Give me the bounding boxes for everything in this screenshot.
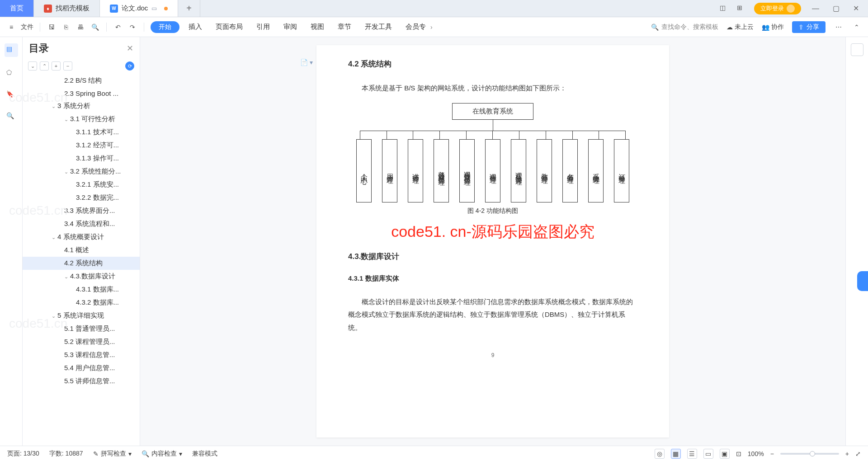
outline-item[interactable]: 3.3 系统界面分... [23, 204, 140, 217]
focus-mode-icon[interactable]: ◎ [655, 449, 665, 459]
command-search[interactable]: 🔍 查找命令、搜索模板 [651, 23, 718, 31]
file-menu[interactable]: 文件 [21, 23, 33, 31]
tab-template[interactable]: ♦找稻壳模板 [34, 0, 100, 17]
menu-icon[interactable]: ≡ [6, 22, 16, 32]
outline-item[interactable]: 5.4 用户信息管... [23, 362, 140, 375]
outline-item[interactable]: 5.2 课程管理员... [23, 335, 140, 348]
menu-会员专[interactable]: 会员专 [406, 23, 426, 31]
outline-item[interactable]: 3.2.2 数据完... [23, 191, 140, 204]
menu-start[interactable]: 开始 [151, 21, 179, 33]
cloud-status[interactable]: ☁ 未上云 [726, 23, 754, 31]
outline-item-label: 4.3.数据库设计 [70, 272, 115, 280]
outline-item[interactable]: 4.1 概述 [23, 244, 140, 257]
redo-icon[interactable]: ↷ [127, 22, 137, 32]
heading-4-3: 4.3.数据库设计 [348, 251, 637, 262]
fit-icon[interactable]: ⊡ [736, 450, 741, 457]
outline-item-label: 5.5 讲师信息管... [64, 377, 115, 385]
print-icon[interactable]: 🖶 [75, 22, 85, 32]
add-icon[interactable]: + [52, 61, 61, 71]
collapse-all-icon[interactable]: ⌄ [28, 61, 37, 71]
zoom-in-icon[interactable]: + [845, 450, 849, 457]
tab-new[interactable]: + [178, 0, 200, 17]
save-icon[interactable]: 🖫 [47, 22, 57, 32]
collapse-ribbon-icon[interactable]: ⌃ [852, 22, 862, 32]
expand-all-icon[interactable]: ⌃ [40, 61, 49, 71]
tab-label: 找稻壳模板 [56, 4, 90, 13]
outline-item[interactable]: 3.1.1 技术可... [23, 126, 140, 139]
outline-item[interactable]: ⌄3.1 可行性分析 [23, 113, 140, 126]
outline-icon[interactable]: ▤ [5, 43, 18, 57]
diagram-node: 订单管理 [614, 139, 629, 202]
menu-审阅[interactable]: 审阅 [283, 23, 297, 31]
menu-视图[interactable]: 视图 [311, 23, 324, 31]
close-button[interactable]: ✕ [850, 4, 862, 13]
minimize-button[interactable]: — [809, 5, 822, 13]
word-icon: W [110, 5, 118, 13]
outline-item[interactable]: 3.4 系统流程和... [23, 217, 140, 230]
outline-item[interactable]: 5.1 普通管理员... [23, 322, 140, 335]
bookmark-icon[interactable]: 🔖 [6, 90, 16, 100]
web-view-icon[interactable]: ▭ [703, 449, 713, 459]
outline-item[interactable]: 4.2 系统结构 [23, 257, 140, 270]
outline-item[interactable]: 5.5 讲师信息管... [23, 375, 140, 388]
right-tool-icon[interactable] [851, 43, 863, 56]
side-tab[interactable] [857, 271, 868, 291]
compat-mode[interactable]: 兼容模式 [192, 450, 217, 458]
menu-插入[interactable]: 插入 [189, 23, 202, 31]
tab-home[interactable]: 首页 [0, 0, 34, 17]
menu-引用[interactable]: 引用 [256, 23, 270, 31]
outline-item[interactable]: 2.2 B/S 结构 [23, 74, 140, 87]
content-check-label: 内容检查 [151, 450, 177, 458]
layout-icon[interactable]: ◫ [720, 4, 729, 13]
paragraph: 概念设计的目标是设计出反映某个组织部门信息需求的数据库系统概念模式，数据库系统的… [348, 296, 637, 334]
chevron-down-icon: ⌄ [64, 169, 68, 174]
outline-item[interactable]: 4.3.1 数据库... [23, 283, 140, 296]
document-viewport[interactable]: 📄 ▾ 4.2 系统结构 本系统是基于 B/S 架构的网站系统，设计的功能结构图… [140, 37, 845, 446]
outline-item[interactable]: 2.3 Spring Boot ... [23, 87, 140, 99]
page-indicator[interactable]: 页面: 13/30 [7, 450, 39, 458]
content-check-button[interactable]: 🔍 内容检查 ▾ [142, 450, 182, 458]
outline-item[interactable]: ⌄5 系统详细实现 [23, 309, 140, 322]
close-panel-icon[interactable]: ✕ [127, 43, 133, 53]
remove-icon[interactable]: − [63, 61, 72, 71]
tab-label: 论文.doc [122, 4, 148, 13]
outline-item[interactable]: ⌄4.3.数据库设计 [23, 270, 140, 283]
fullscreen-icon[interactable]: ⤢ [855, 450, 861, 457]
menu-章节[interactable]: 章节 [338, 23, 351, 31]
diagram-node: 系统管理 [588, 139, 604, 202]
outline-item[interactable]: 3.1.2 经济可... [23, 139, 140, 152]
zoom-value[interactable]: 100% [748, 450, 764, 457]
outline-view-icon[interactable]: ☰ [687, 449, 697, 459]
maximize-button[interactable]: ▢ [830, 4, 842, 13]
reading-view-icon[interactable]: ▣ [720, 449, 730, 459]
undo-icon[interactable]: ↶ [113, 22, 123, 32]
outline-item[interactable]: ⌄3 系统分析 [23, 99, 140, 113]
zoom-out-icon[interactable]: − [770, 450, 774, 457]
word-count[interactable]: 字数: 10887 [49, 450, 83, 458]
outline-item[interactable]: ⌄3.2 系统性能分... [23, 165, 140, 178]
more-icon[interactable]: ⋯ [834, 22, 844, 32]
outline-item[interactable]: 3.1.3 操作可... [23, 152, 140, 165]
save-as-icon[interactable]: ⎘ [61, 22, 71, 32]
outline-item[interactable]: 3.2.1 系统安... [23, 178, 140, 191]
sync-icon[interactable]: ⟳ [125, 61, 134, 71]
outline-item-label: 4 系统概要设计 [57, 233, 104, 240]
collab-button[interactable]: 👥 协作 [762, 23, 784, 31]
spellcheck-button[interactable]: ✎ 拼写检查 ▾ [93, 450, 132, 458]
outline-item-label: 3.3 系统界面分... [64, 207, 115, 214]
outline-item[interactable]: 4.3.2 数据库... [23, 296, 140, 309]
search-icon[interactable]: 🔍 [6, 112, 16, 122]
preview-icon[interactable]: 🔍 [90, 22, 100, 32]
outline-item[interactable]: 5.3 课程信息管... [23, 348, 140, 362]
zoom-slider[interactable] [780, 453, 839, 455]
menu-页面布局[interactable]: 页面布局 [216, 23, 243, 31]
page-view-icon[interactable]: ▦ [671, 449, 681, 459]
tab-document[interactable]: W论文.doc▭ [100, 0, 178, 17]
menu-开发工具[interactable]: 开发工具 [365, 23, 392, 31]
diagram-node: 普通管理员管理 [434, 139, 449, 202]
outline-item[interactable]: ⌄4 系统概要设计 [23, 230, 140, 244]
apps-icon[interactable]: ⊞ [737, 4, 746, 13]
login-button[interactable]: 立即登录 [754, 3, 801, 14]
share-button[interactable]: ⇪ 分享 [792, 21, 826, 33]
shape-icon[interactable]: ⬠ [6, 69, 16, 79]
